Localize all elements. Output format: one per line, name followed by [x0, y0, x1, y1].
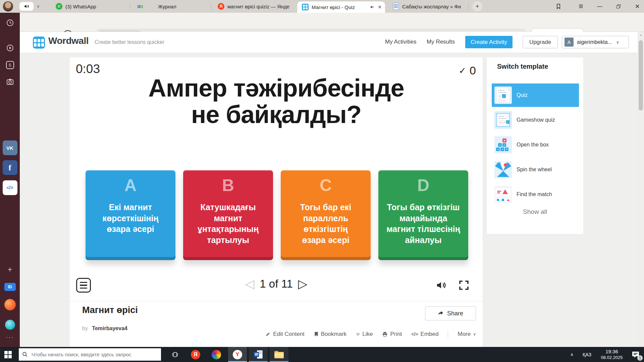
- taskbar-yandex-browser-app[interactable]: Y: [228, 347, 247, 362]
- screenshot-button[interactable]: [0, 78, 20, 86]
- user-avatar: A: [565, 38, 574, 47]
- template-label: Find the match: [517, 191, 552, 197]
- bookmark-button[interactable]: Bookmark: [314, 331, 347, 338]
- plus-icon: +: [7, 265, 12, 274]
- taskbar-colors-app[interactable]: [207, 347, 226, 362]
- answer-letter: B: [183, 176, 273, 195]
- minimize-button[interactable]: —: [593, 0, 606, 13]
- sidebar-more-button[interactable]: ···: [0, 334, 20, 341]
- teal-app-button[interactable]: [0, 320, 20, 330]
- new-tab-button[interactable]: +: [472, 1, 482, 11]
- id-button[interactable]: ID: [0, 283, 20, 291]
- next-question-button[interactable]: ▷: [298, 277, 308, 291]
- answer-a[interactable]: A Екі магнит көрсеткішінің өзара әсері: [86, 170, 175, 260]
- question-list-button[interactable]: [76, 278, 91, 293]
- template-open-the-box[interactable]: ★ 1 2 3 4 5 Open the box: [492, 133, 579, 157]
- notifications-button[interactable]: 1: [628, 347, 643, 362]
- tab-divider: [468, 3, 469, 10]
- nav-my-results[interactable]: My Results: [427, 39, 455, 45]
- quiz-panel: 0:03 ✓ 0 Ампер тәжірибесінде не байқалды…: [70, 57, 483, 347]
- tab-speaker-icon[interactable]: [370, 5, 375, 9]
- template-quiz[interactable]: ? ×✓×× Quiz: [492, 83, 579, 107]
- task-view-button[interactable]: [167, 347, 183, 362]
- speaker-icon: [24, 4, 29, 9]
- media-button[interactable]: [0, 44, 20, 52]
- more-button[interactable]: More ∨: [458, 331, 476, 338]
- code-icon: </>: [411, 331, 418, 337]
- taskbar-yandex-app[interactable]: Я: [186, 347, 205, 362]
- devtools-button[interactable]: </>: [0, 180, 20, 195]
- whatsapp-icon: ✆: [56, 3, 62, 10]
- game-volume-button[interactable]: [434, 279, 448, 292]
- tab-yandex-search[interactable]: Я магнит өрісі quiziz — Янде: [212, 0, 296, 13]
- tab-close-icon[interactable]: ✕: [378, 4, 382, 10]
- answer-b[interactable]: B Катушкадағы магнит ұнтақтарының тартыл…: [183, 170, 273, 260]
- taskbar-word-app[interactable]: W: [249, 347, 268, 362]
- tab-audio-button[interactable]: [19, 2, 34, 11]
- restore-button[interactable]: [612, 0, 625, 13]
- screen: ∨ ✆ (3) WhatsApp SN Журнал Я магнит өріс…: [0, 0, 644, 362]
- tab-journal[interactable]: SN Журнал: [131, 0, 210, 13]
- like-button[interactable]: ♥ Like: [356, 330, 373, 338]
- taskbar-search-input[interactable]: [31, 351, 158, 358]
- share-button[interactable]: Share: [425, 306, 476, 320]
- tab-counter: 5: [6, 61, 14, 69]
- scrollbar-thumb[interactable]: [639, 40, 643, 111]
- tab-divider: [130, 3, 130, 10]
- upgrade-button[interactable]: Upgrade: [523, 36, 558, 48]
- orange-app-button[interactable]: [0, 299, 20, 310]
- taskbar-search[interactable]: [19, 348, 161, 361]
- date: 08.02.2025: [601, 355, 623, 360]
- browser-tabbar: ∨ ✆ (3) WhatsApp SN Журнал Я магнит өріс…: [0, 0, 644, 13]
- answer-d[interactable]: D Тогы бар өткізгіш маңайында магнит тіл…: [378, 170, 468, 260]
- clock-icon: [6, 19, 14, 27]
- tab-sabaq[interactable]: Сабақты жоспарлау » Фи: [387, 0, 467, 13]
- browser-menu-button[interactable]: ≡: [574, 0, 588, 13]
- panels-icon: [555, 3, 562, 10]
- play-icon: [6, 44, 14, 52]
- author-name[interactable]: Temirbayeva4: [92, 325, 127, 331]
- template-find-the-match[interactable]: Find the match: [492, 183, 579, 206]
- tab-label: магнит өрісі quiziz — Янде: [227, 4, 289, 9]
- print-button[interactable]: Print: [382, 331, 402, 338]
- answer-text: Катушкадағы магнит ұнтақтарының тартылуы: [183, 202, 273, 245]
- chevron-down-icon: ∨: [37, 4, 40, 9]
- side-panel-button[interactable]: [552, 0, 565, 13]
- tab-active-wordwall[interactable]: Магнит өрісі - Quiz ✕: [297, 1, 385, 13]
- create-activity-button[interactable]: Create Activity: [465, 36, 513, 48]
- taskbar-explorer-app[interactable]: [270, 347, 288, 362]
- color-wheel-icon: [212, 350, 221, 359]
- wordwall-logo-icon[interactable]: [33, 37, 45, 49]
- scroll-up-arrow[interactable]: ▲: [638, 33, 644, 37]
- answer-c[interactable]: C Тогы бар екі параллель өткізгіштің өза…: [281, 170, 371, 260]
- tray-expand-button[interactable]: ∧: [566, 347, 578, 362]
- tabs-count-button[interactable]: 5: [0, 61, 20, 69]
- folder-icon: [274, 351, 284, 358]
- template-gameshow-quiz[interactable]: ? × × ✓ Gameshow quiz: [492, 108, 579, 132]
- history-button[interactable]: [0, 19, 20, 27]
- nav-my-activities[interactable]: My Activities: [385, 39, 417, 45]
- add-panel-button[interactable]: +: [0, 265, 20, 274]
- username: aigerimbekta...: [577, 39, 612, 45]
- template-spin-the-wheel[interactable]: Spin the wheel: [492, 158, 579, 181]
- language-indicator[interactable]: ҚАЗ: [579, 347, 595, 362]
- start-button[interactable]: [0, 347, 16, 362]
- quiz-score: ✓ 0: [459, 64, 476, 77]
- audio-chevron-button[interactable]: ∨: [35, 2, 42, 10]
- facebook-button[interactable]: f: [0, 160, 20, 175]
- tab-whatsapp[interactable]: ✆ (3) WhatsApp: [50, 0, 129, 13]
- show-all-link[interactable]: Show all: [487, 208, 583, 216]
- open-the-box-template-icon: ★ 1 2 3 4 5: [494, 136, 512, 154]
- bookmark-icon: [314, 331, 319, 337]
- embed-button[interactable]: </> Embed: [411, 331, 438, 338]
- vk-button[interactable]: VK: [0, 140, 20, 155]
- prev-question-button[interactable]: ◁: [245, 277, 255, 291]
- fullscreen-button[interactable]: [457, 279, 471, 292]
- close-window-button[interactable]: ✕: [631, 0, 644, 13]
- clock[interactable]: 19:36 08.02.2025: [596, 347, 627, 362]
- edit-content-button[interactable]: Edit Content: [265, 331, 305, 338]
- profile-avatar[interactable]: [3, 1, 13, 12]
- document-icon: [392, 3, 399, 10]
- user-menu[interactable]: A aigerimbekta... ∨: [562, 36, 629, 48]
- wordwall-brand[interactable]: Wordwall: [48, 36, 89, 46]
